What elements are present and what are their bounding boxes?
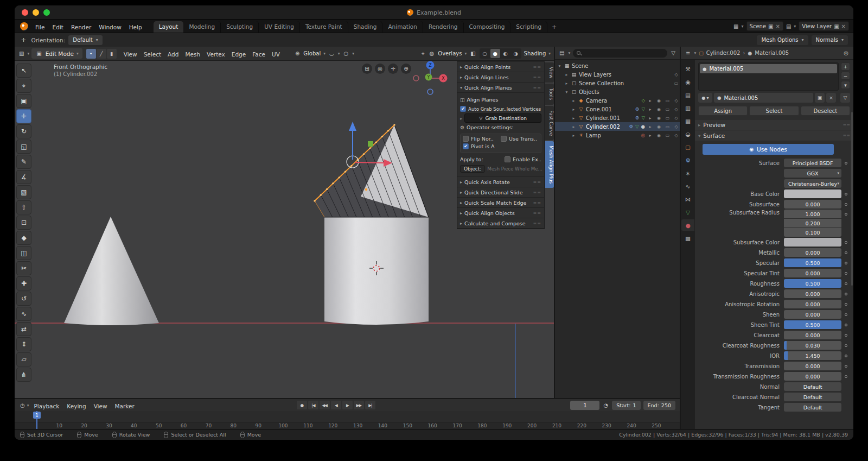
viewport-menu-uv[interactable]: UV [269,49,283,59]
viewport-canvas[interactable]: Z X Y Front Orthographic (1) Cylinder.00… [15,61,554,398]
shading-solid-button[interactable]: ● [490,49,500,58]
prop-field-clearcoat-roughness[interactable]: 0.030 [784,341,841,350]
proportional-caret-icon[interactable]: ▾ [352,51,354,56]
properties-tab-modifiers[interactable]: ⚙ [681,154,694,166]
deselect-button[interactable]: Deselect [801,106,850,116]
pan-view-button[interactable]: ✛ [388,64,398,74]
npanel-header-calculate-and-compose[interactable]: ▸Calculate and Compose≡≡ [457,218,544,229]
prop-field-specular[interactable]: 0.500 [784,258,841,267]
animate-dot[interactable] [845,324,847,326]
prop-field-anisotropic-rotation[interactable]: 0.000 [784,300,841,308]
outliner-row-scene-collection[interactable]: ▸▢Scene Collection▭ [555,79,680,87]
axis-negative-x[interactable] [413,75,419,81]
cone-object[interactable] [64,217,159,325]
annotate-tool-button[interactable]: ✎ [16,155,31,169]
mesh-options-dropdown[interactable]: Mesh Options ▾ [757,35,808,45]
add-cube-tool-button[interactable]: ▧ [16,185,31,199]
properties-tab-particles[interactable]: ∗ [681,167,694,179]
view-layer-browse-icon[interactable]: ▤ [786,23,791,29]
poly-build-tool-button[interactable]: ✚ [16,276,31,291]
prev-keyframe-button[interactable]: ◀◀ [320,401,330,409]
properties-tab-world[interactable]: ◒ [681,128,694,140]
outliner-row-scene[interactable]: ▾▦Scene [555,61,680,70]
breadcrumb-object[interactable]: Cylinder.002 [706,50,741,56]
prop-menu-ggx[interactable]: GGX▾ [784,169,841,178]
animate-dot[interactable] [845,355,847,357]
play-button[interactable]: ▶ [342,401,353,409]
menu-window[interactable]: Window [95,22,125,32]
render-cam-icon[interactable]: ◇ [673,72,680,77]
browse-material-button[interactable]: ●▾ [698,93,712,103]
render-cam-icon[interactable]: ◇ [673,133,680,138]
monitor-icon[interactable]: ▭ [673,81,680,86]
next-keyframe-button[interactable]: ▶▶ [354,401,364,409]
properties-scrollbar[interactable] [851,112,853,286]
expand-icon[interactable]: ▸ [460,116,462,121]
timeline-editor-caret-icon[interactable]: ▾ [27,403,29,408]
prop-field-specular-tint[interactable]: 0.000 [784,269,841,277]
gizmo-z-arrowhead[interactable] [349,122,356,131]
collapse-icon[interactable]: ▾ [557,64,562,68]
grab-destination-button[interactable]: ▽ Grab Destination [464,113,541,123]
npanel-header-quick-scale-match-edge[interactable]: ▸Quick Scale Match Edge≡≡ [457,198,544,208]
animate-dot[interactable] [845,272,847,275]
animate-dot[interactable] [845,193,847,195]
properties-tab-scene[interactable]: ▦ [681,115,694,127]
outliner-row-cone-001[interactable]: ▸▽Cone.001⚙▽▸◉▭◇ [555,105,680,113]
pointer-icon[interactable]: ▸ [647,124,654,129]
add-workspace-button[interactable]: + [547,21,561,33]
properties-tab-texture[interactable]: ▩ [681,232,694,244]
color-swatch-subsurface-color[interactable] [784,238,841,247]
inset-faces-tool-button[interactable]: ⊡ [16,216,31,230]
blender-logo-icon[interactable] [20,22,28,30]
properties-tab-material[interactable]: ● [681,219,694,231]
scene-browse-icon[interactable]: ▦ [733,23,738,29]
shading-wireframe-button[interactable]: ○ [480,49,490,58]
outliner-row-objects[interactable]: ▾▢Objects [555,87,680,96]
shading-material-button[interactable]: ◐ [501,49,510,58]
camera-view-button[interactable]: ◎ [375,64,385,74]
select-button[interactable]: Select [749,106,799,116]
animate-dot[interactable] [845,241,847,244]
properties-editor-icon[interactable]: ≡ [685,50,691,56]
prop-field-subsurface[interactable]: 0.000 [784,200,841,209]
animate-dot[interactable] [845,313,847,316]
workspace-tab-layout[interactable]: Layout [154,21,184,33]
viewport-menu-view[interactable]: View [120,49,141,59]
expand-icon[interactable]: ▸ [564,81,569,86]
expand-icon[interactable]: ▸ [571,124,576,129]
prop-field-anisotropic[interactable]: 0.000 [784,289,841,298]
prop-menu-default[interactable]: Default [784,382,841,391]
vector-component[interactable]: 0.200 [784,219,841,228]
properties-tab-object[interactable]: ▢ [681,141,694,153]
timeline-ruler[interactable]: 1020304050607080901001101201301401501601… [15,411,680,429]
view-layer-selector[interactable]: View Layer ▣ × [799,21,849,31]
timeline-editor-icon[interactable]: ◷ [19,402,26,408]
eye-icon[interactable]: ◉ [655,116,662,121]
viewport-menu-mesh[interactable]: Mesh [182,49,203,59]
new-view-layer-icon[interactable]: ▣ [834,23,839,29]
animate-dot[interactable] [845,262,847,264]
cursor-tool-button[interactable]: ⌖ [16,79,31,93]
viewport-menu-edge[interactable]: Edge [228,49,249,59]
editor-type-caret-icon[interactable]: ▾ [27,51,29,56]
auto-grab-checkbox[interactable]: ✔ [460,106,466,112]
auto-key-button[interactable]: ● [297,401,307,409]
flip-normal-checkbox[interactable] [463,136,469,142]
outliner-row-cylinder-001[interactable]: ▸▽Cylinder.001⚙▽▸◉▭◇ [555,113,680,122]
new-scene-icon[interactable]: ▣ [768,23,773,29]
properties-tab-render[interactable]: ◉ [681,76,694,87]
render-cam-icon[interactable]: ◇ [673,116,680,121]
pointer-icon[interactable]: ▸ [647,116,654,121]
properties-tab-physics[interactable]: ∿ [681,180,694,192]
animate-dot[interactable] [845,365,847,368]
sidebar-tab-view[interactable]: View [545,62,554,83]
workspace-tab-uv-editing[interactable]: UV Editing [259,21,300,33]
viewport-menu-vertex[interactable]: Vertex [203,49,228,59]
viewport-menu-add[interactable]: Add [164,49,182,59]
material-slot-list[interactable]: ● Material.005 [698,62,839,91]
animate-dot[interactable] [845,293,847,295]
perspective-grid-button[interactable]: ⊞ [362,64,372,74]
knife-tool-button[interactable]: ✂ [16,261,31,275]
edge-select-button[interactable]: ╱ [97,49,106,59]
